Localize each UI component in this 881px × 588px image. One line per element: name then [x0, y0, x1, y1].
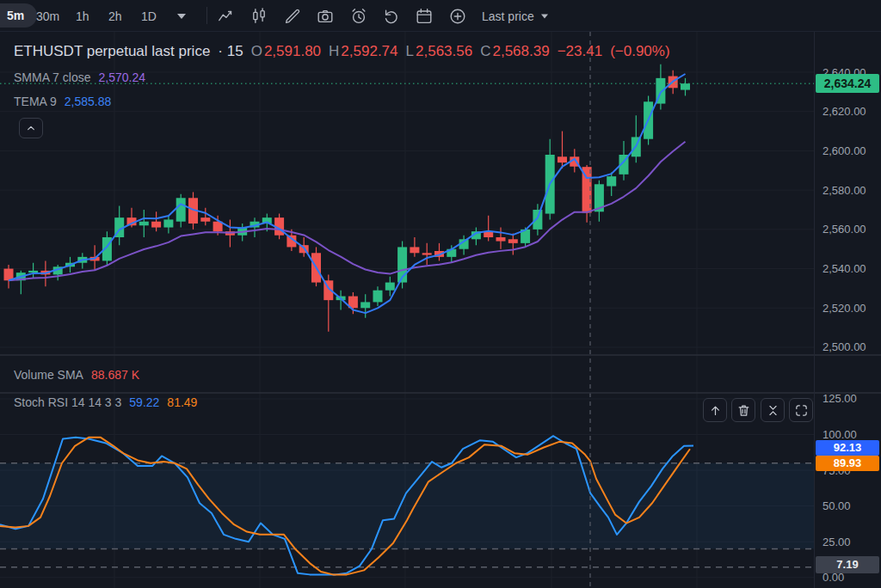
chart-line-icon	[217, 7, 236, 26]
pencil-icon	[283, 7, 302, 26]
open-value: 2,591.80	[264, 43, 321, 60]
chevron-up-icon	[24, 121, 38, 135]
chart-style-candles-button[interactable]	[248, 5, 270, 28]
stoch-axis-tick: 50.00	[822, 499, 879, 512]
candlestick-icon	[250, 7, 268, 26]
change-value: −23.41	[558, 43, 602, 60]
price-axis-tick: 2,560.00	[822, 223, 879, 236]
camera-icon	[316, 7, 335, 26]
stoch-k-badge: 92.13	[816, 440, 879, 456]
timeframe-1d-button[interactable]: 1D	[138, 6, 160, 27]
snapshot-button[interactable]	[314, 5, 336, 28]
stoch-low-badge: 7.19	[816, 556, 879, 573]
price-axis-tick: 2,500.00	[822, 340, 879, 353]
volume-label: Volume SMA	[14, 368, 83, 382]
price-axis-tick: 2,580.00	[822, 184, 879, 197]
open-label: O	[251, 43, 262, 60]
collapse-pane-button[interactable]	[761, 398, 785, 422]
stoch-axis-tick: 100.00	[822, 428, 879, 441]
price-axis-tick: 2,620.00	[822, 105, 879, 118]
maximize-pane-button[interactable]	[789, 398, 813, 422]
stoch-d-value: 81.49	[167, 395, 197, 409]
volume-value: 88.687 K	[91, 368, 139, 382]
top-toolbar: 5m 30m 1h 2h 1D Last price	[0, 0, 881, 32]
change-percent: (−0.90%)	[610, 43, 669, 60]
chevron-down-icon	[541, 15, 548, 19]
stoch-axis-tick: 125.00	[822, 392, 879, 405]
stoch-legend-row[interactable]: Stoch RSI 14 14 3 3 59.22 81.49	[14, 395, 197, 409]
toolbar-divider	[206, 7, 207, 24]
collapse-icon	[766, 403, 780, 418]
move-pane-up-button[interactable]	[703, 398, 727, 422]
tema-label: TEMA 9	[14, 95, 57, 108]
close-label: C	[480, 43, 490, 60]
timeframe-2h-button[interactable]: 2h	[105, 6, 126, 27]
timeframe-30m-button[interactable]: 30m	[33, 6, 63, 27]
timeframe-5m-button[interactable]: 5m	[0, 3, 37, 28]
chart-area: ETHUSDT perpetual last price · 15 O2,591…	[0, 32, 881, 588]
smma-label: SMMA 7 close	[14, 70, 90, 84]
timeframe-1h-button[interactable]: 1h	[72, 6, 93, 27]
alarm-clock-icon	[349, 7, 368, 26]
stoch-axis-tick: 25.00	[822, 536, 879, 548]
smma-legend-row[interactable]: SMMA 7 close 2,570.24	[14, 70, 145, 84]
plus-circle-icon	[448, 7, 467, 26]
draw-button[interactable]	[281, 5, 304, 28]
timeframe-dropdown-button[interactable]	[170, 5, 193, 28]
collapse-legend-button[interactable]	[19, 118, 43, 138]
price-axis-tick: 2,520.00	[822, 302, 879, 315]
interval-label: · 15	[218, 43, 243, 60]
volume-legend-row[interactable]: Volume SMA 88.687 K	[14, 368, 139, 382]
replay-button[interactable]	[380, 5, 403, 28]
chart-canvas[interactable]	[0, 0, 881, 588]
trash-icon	[736, 403, 751, 418]
symbol-legend-row[interactable]: ETHUSDT perpetual last price · 15 O2,591…	[14, 43, 670, 60]
symbol-title: ETHUSDT perpetual last price	[14, 43, 210, 60]
high-label: H	[329, 43, 339, 60]
stoch-label: Stoch RSI 14 14 3 3	[14, 395, 121, 409]
arrow-up-icon	[708, 403, 723, 418]
price-source-dropdown[interactable]: Last price	[482, 6, 549, 27]
chart-style-line-button[interactable]	[215, 5, 237, 28]
price-source-label: Last price	[482, 6, 534, 27]
price-axis-tick: 2,600.00	[822, 144, 879, 157]
stoch-d-badge: 89.93	[816, 456, 879, 471]
close-value: 2,568.39	[492, 43, 549, 60]
last-price-badge: 2,634.24	[816, 74, 879, 93]
add-indicator-button[interactable]	[447, 5, 469, 28]
high-value: 2,592.74	[341, 43, 397, 60]
price-axis-tick: 2,540.00	[822, 262, 879, 275]
alert-button[interactable]	[348, 5, 370, 28]
stoch-k-value: 59.22	[129, 395, 159, 409]
chevron-down-icon	[177, 14, 186, 19]
calendar-button[interactable]	[413, 5, 435, 28]
maximize-icon	[794, 403, 809, 418]
low-label: L	[406, 43, 414, 60]
delete-pane-button[interactable]	[731, 398, 755, 422]
tema-value: 2,585.88	[65, 95, 112, 108]
tema-legend-row[interactable]: TEMA 9 2,585.88	[14, 95, 111, 108]
smma-value: 2,570.24	[98, 70, 145, 84]
low-value: 2,563.56	[416, 43, 472, 60]
calendar-icon	[415, 7, 434, 26]
replay-icon	[382, 7, 401, 26]
